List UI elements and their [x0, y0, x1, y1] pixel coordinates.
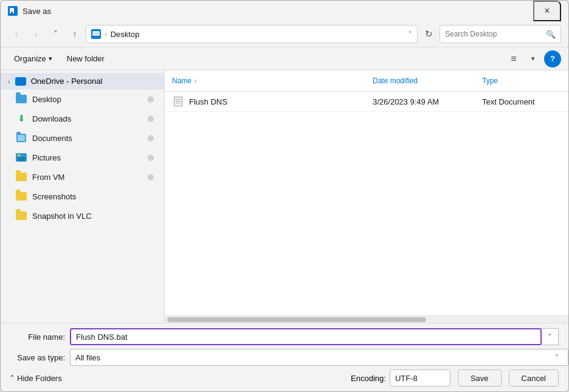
sort-arrow: ↑	[194, 78, 197, 84]
sidebar-item-desktop[interactable]: Desktop ⊕	[1, 89, 164, 109]
forward-button[interactable]: ›	[27, 26, 44, 43]
horizontal-scrollbar-area	[165, 315, 568, 323]
back-button[interactable]: ‹	[8, 26, 25, 43]
pin-icon-fromvm: ⊕	[147, 172, 154, 182]
dialog-icon	[8, 6, 18, 16]
dropdown-button[interactable]: ˅	[47, 26, 64, 43]
pictures-icon	[15, 151, 27, 163]
main-content: › OneDrive - Personal Desktop ⊕ ⬇ Downlo…	[1, 70, 568, 323]
type-column-header[interactable]: Type	[482, 77, 561, 85]
address-text: Desktop	[111, 30, 405, 39]
close-button[interactable]: ×	[533, 1, 561, 21]
date-column-label: Date modified	[373, 77, 418, 85]
right-actions: Encoding: UTF-8 UTF-16 LE UTF-16 BE ANSI…	[351, 370, 559, 387]
organize-label: Organize	[14, 54, 46, 63]
section-chevron: ›	[8, 78, 10, 85]
up-button[interactable]: ↑	[66, 26, 83, 43]
filetype-label: Save as type:	[10, 353, 65, 362]
filename-dropdown-button[interactable]: ˅	[542, 328, 559, 345]
view-icon: ≡	[511, 53, 516, 64]
organize-dropdown-icon: ▾	[49, 55, 52, 63]
sidebar-item-fromvm[interactable]: From VM ⊕	[1, 167, 164, 187]
refresh-button[interactable]: ↻	[420, 26, 437, 43]
sidebar-item-documents[interactable]: Documents ⊕	[1, 128, 164, 148]
sidebar-item-pictures[interactable]: Pictures ⊕	[1, 148, 164, 167]
view-dropdown-button[interactable]: ▾	[525, 50, 542, 67]
view-button[interactable]: ≡	[505, 50, 522, 67]
filename-wrapper: ˅	[70, 328, 559, 345]
svg-rect-2	[92, 31, 100, 36]
screenshots-label: Screenshots	[32, 192, 154, 201]
downloads-icon: ⬇	[15, 112, 27, 125]
onedrive-label: OneDrive - Personal	[31, 77, 103, 86]
table-row[interactable]: Flush DNS 3/26/2023 9:49 AM Text Documen…	[165, 92, 568, 112]
svg-rect-1	[11, 12, 13, 13]
cancel-button[interactable]: Cancel	[509, 370, 559, 387]
type-column-label: Type	[482, 77, 498, 85]
sidebar: › OneDrive - Personal Desktop ⊕ ⬇ Downlo…	[1, 70, 165, 323]
pin-icon-documents: ⊕	[147, 133, 154, 143]
footer: File name: ˅ Save as type: All files Tex…	[1, 323, 568, 391]
file-icon	[172, 95, 184, 108]
save-button[interactable]: Save	[458, 370, 502, 387]
filetype-row: Save as type: All files Text Documents (…	[10, 349, 559, 366]
search-input[interactable]	[445, 30, 543, 38]
filetype-wrapper: All files Text Documents (*.txt) All Fil…	[70, 349, 559, 366]
onedrive-icon	[15, 77, 26, 86]
name-column-label: Name	[172, 77, 191, 85]
encoding-select[interactable]: UTF-8 UTF-16 LE UTF-16 BE ANSI	[390, 370, 450, 387]
name-column-header[interactable]: Name ↑	[172, 74, 373, 88]
sidebar-item-downloads[interactable]: ⬇ Downloads ⊕	[1, 109, 164, 128]
hide-folders-button[interactable]: ˄ Hide Folders	[10, 374, 62, 383]
downloads-label: Downloads	[32, 114, 142, 123]
new-folder-button[interactable]: New folder	[61, 50, 111, 67]
file-list-body: Flush DNS 3/26/2023 9:49 AM Text Documen…	[165, 92, 568, 315]
search-box[interactable]: 🔍	[440, 25, 561, 43]
filename-input[interactable]	[70, 328, 542, 345]
sidebar-item-screenshots[interactable]: Screenshots	[1, 187, 164, 206]
encoding-wrapper: UTF-8 UTF-16 LE UTF-16 BE ANSI	[390, 370, 450, 387]
new-folder-label: New folder	[67, 54, 105, 63]
file-date: 3/26/2023 9:49 AM	[373, 97, 482, 106]
save-as-dialog: Save as × ‹ › ˅ ↑ › Desktop ˅ ↻ 🔍 Organi…	[0, 0, 569, 392]
filename-row: File name: ˅	[10, 328, 559, 345]
desktop-icon	[15, 93, 27, 105]
title-bar: Save as ×	[1, 1, 568, 21]
breadcrumb-separator: ›	[105, 30, 107, 38]
sidebar-item-snapshot[interactable]: Snapshot in VLC	[1, 206, 164, 225]
pictures-label: Pictures	[32, 153, 142, 162]
documents-icon	[15, 132, 27, 144]
toolbar: Organize ▾ New folder ≡ ▾ ?	[1, 47, 568, 70]
hide-folders-arrow: ˄	[10, 374, 15, 383]
help-button[interactable]: ?	[544, 50, 561, 67]
onedrive-section[interactable]: › OneDrive - Personal	[1, 73, 164, 89]
pin-icon-downloads: ⊕	[147, 114, 154, 123]
hide-folders-label: Hide Folders	[17, 374, 62, 383]
fromvm-icon	[15, 171, 27, 183]
screenshots-icon	[15, 190, 27, 202]
file-name: Flush DNS	[189, 97, 373, 106]
fromvm-label: From VM	[32, 173, 142, 182]
date-column-header[interactable]: Date modified	[373, 77, 482, 85]
dialog-title: Save as	[22, 7, 533, 16]
pin-icon-desktop: ⊕	[147, 94, 154, 104]
organize-button[interactable]: Organize ▾	[8, 50, 58, 67]
horizontal-scrollbar[interactable]	[167, 317, 426, 322]
snapshot-icon	[15, 210, 27, 222]
address-bar: ‹ › ˅ ↑ › Desktop ˅ ↻ 🔍	[1, 21, 568, 47]
location-icon	[91, 29, 101, 39]
filename-label: File name:	[10, 332, 65, 342]
desktop-label: Desktop	[32, 95, 142, 104]
encoding-label: Encoding:	[351, 374, 386, 383]
filetype-select[interactable]: All files Text Documents (*.txt) All Fil…	[70, 349, 568, 366]
address-chevron: ˅	[409, 30, 412, 38]
encoding-area: Encoding: UTF-8 UTF-16 LE UTF-16 BE ANSI	[351, 370, 450, 387]
search-icon: 🔍	[546, 30, 556, 39]
address-box[interactable]: › Desktop ˅	[86, 25, 418, 43]
file-list-area: Name ↑ Date modified Type Flush DNS 3/2	[165, 70, 568, 323]
footer-actions: ˄ Hide Folders Encoding: UTF-8 UTF-16 LE…	[10, 370, 559, 387]
documents-label: Documents	[32, 134, 142, 143]
snapshot-label: Snapshot in VLC	[32, 211, 154, 221]
column-headers: Name ↑ Date modified Type	[165, 70, 568, 92]
pin-icon-pictures: ⊕	[147, 153, 154, 162]
